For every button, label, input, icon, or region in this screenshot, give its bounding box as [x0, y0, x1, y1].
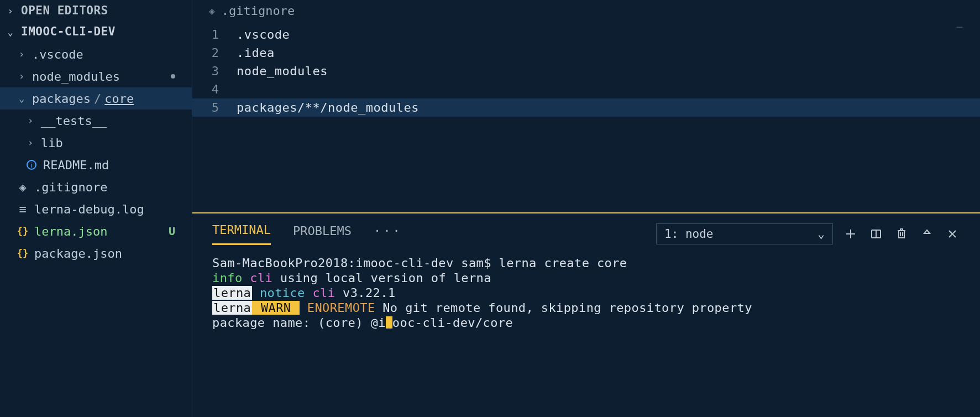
line-number: 5 — [192, 101, 237, 114]
code-text: packages/**/node_modules — [237, 101, 419, 114]
file-gitignore[interactable]: ◈ .gitignore — [0, 176, 192, 198]
file-lerna-debug[interactable]: ≡ lerna-debug.log — [0, 198, 192, 220]
folder-packages-core[interactable]: ⌄ packages/core — [0, 87, 192, 110]
panel-tabbar: TERMINAL PROBLEMS ··· 1: node ⌄ — [192, 213, 980, 247]
explorer-sidebar: › OPEN EDITORS ⌄ IMOOC-CLI-DEV › .vscode… — [0, 0, 192, 417]
file-tree: › .vscode › node_modules ⌄ packages/core… — [0, 42, 192, 264]
editor-tabbar: ◈ .gitignore — [192, 0, 980, 21]
code-editor[interactable]: ⸺ 1 .vscode 2 .idea 3 node_modules 4 5 p… — [192, 21, 980, 212]
info-icon: i — [25, 159, 38, 170]
file-label: .gitignore — [34, 180, 186, 194]
file-lerna-json[interactable]: {} lerna.json U — [0, 220, 192, 242]
line-number: 1 — [192, 28, 237, 41]
code-text: .idea — [237, 46, 275, 60]
code-line: 4 — [192, 80, 980, 98]
tab-terminal[interactable]: TERMINAL — [212, 223, 271, 245]
term-pkg-after: ooc-cli-dev/core — [392, 316, 513, 330]
bottom-panel: TERMINAL PROBLEMS ··· 1: node ⌄ — [192, 213, 980, 417]
terminal-selector[interactable]: 1: node ⌄ — [656, 223, 833, 244]
code-line: 2 .idea — [192, 44, 980, 62]
minimap-icon: ⸺ — [955, 22, 963, 31]
chevron-down-icon: ⌄ — [817, 227, 825, 241]
line-number: 3 — [192, 64, 237, 78]
folder-label: __tests__ — [41, 114, 186, 128]
file-label: package.json — [34, 247, 186, 260]
term-path: imooc-cli-dev sam$ — [355, 256, 499, 270]
code-text: .vscode — [237, 28, 290, 41]
line-number: 4 — [192, 82, 237, 96]
code-line: 1 .vscode — [192, 25, 980, 44]
term-cli: cli — [305, 286, 336, 300]
main-area: ◈ .gitignore ⸺ 1 .vscode 2 .idea 3 node_… — [192, 0, 980, 417]
split-terminal-button[interactable] — [868, 228, 884, 240]
file-label: README.md — [43, 158, 186, 172]
code-line-active: 5 packages/**/node_modules — [192, 98, 980, 117]
tab-more[interactable]: ··· — [374, 224, 402, 244]
folder-vscode[interactable]: › .vscode — [0, 43, 192, 65]
open-editors-label: OPEN EDITORS — [21, 4, 108, 17]
json-icon: {} — [17, 248, 29, 259]
term-host: Sam-MacBookPro2018: — [212, 256, 355, 270]
chevron-right-icon: › — [25, 137, 35, 148]
term-enoremote: ENOREMOTE — [307, 301, 375, 315]
trash-icon[interactable] — [894, 228, 909, 240]
code-text: node_modules — [237, 64, 328, 78]
term-cli: cli — [243, 271, 273, 285]
term-lerna: lerna — [212, 301, 252, 315]
terminal-selector-label: 1: node — [664, 227, 714, 241]
json-icon: {} — [17, 226, 29, 237]
crumb-core: core — [104, 92, 134, 106]
file-readme[interactable]: i README.md — [0, 154, 192, 176]
file-label: lerna.json — [34, 225, 163, 238]
folder-node-modules[interactable]: › node_modules — [0, 65, 192, 87]
chevron-down-icon: ⌄ — [17, 93, 27, 104]
modified-dot-icon — [171, 74, 175, 79]
term-notice: notice — [252, 286, 305, 300]
maximize-panel-button[interactable] — [919, 228, 935, 239]
chevron-right-icon: › — [25, 115, 35, 126]
chevron-right-icon: › — [17, 49, 27, 60]
git-status-badge: U — [169, 225, 186, 238]
tab-gitignore[interactable]: .gitignore — [222, 4, 295, 18]
file-label: lerna-debug.log — [34, 202, 186, 216]
project-header[interactable]: ⌄ IMOOC-CLI-DEV — [0, 21, 192, 42]
term-lerna: lerna — [212, 286, 252, 300]
file-package-json[interactable]: {} package.json — [0, 242, 192, 264]
folder-label: node_modules — [32, 70, 186, 84]
folder-lib[interactable]: › lib — [0, 132, 192, 154]
folder-label: packages/core — [32, 92, 186, 106]
terminal-output[interactable]: Sam-MacBookPro2018:imooc-cli-dev sam$ le… — [192, 247, 980, 417]
term-info: info — [212, 271, 243, 285]
close-panel-button[interactable] — [945, 228, 960, 239]
term-pkg-prompt: package name: (core) @i — [212, 316, 386, 330]
terminal-controls: 1: node ⌄ — [656, 223, 960, 244]
tab-problems[interactable]: PROBLEMS — [293, 224, 352, 244]
new-terminal-button[interactable] — [843, 228, 858, 240]
term-text: No git remote found, skipping repository… — [375, 301, 752, 315]
folder-label: lib — [41, 136, 186, 150]
term-cmd: lerna create core — [499, 256, 627, 270]
term-text: using local version of lerna — [272, 271, 491, 285]
open-editors-header[interactable]: › OPEN EDITORS — [0, 0, 192, 21]
chevron-right-icon: › — [17, 71, 27, 82]
terminal-cursor — [386, 316, 392, 329]
gitignore-icon: ◈ — [17, 180, 29, 194]
log-icon: ≡ — [17, 202, 29, 216]
term-warn: WARN — [252, 301, 300, 315]
term-ver: v3.22.1 — [335, 286, 395, 300]
gitignore-icon: ◈ — [209, 5, 215, 17]
code-line: 3 node_modules — [192, 62, 980, 80]
line-number: 2 — [192, 46, 237, 60]
chevron-down-icon: ⌄ — [6, 26, 15, 38]
chevron-right-icon: › — [6, 5, 15, 17]
crumb-packages: packages — [32, 92, 91, 106]
path-sep: / — [91, 92, 104, 106]
folder-label: .vscode — [32, 48, 186, 61]
folder-tests[interactable]: › __tests__ — [0, 110, 192, 132]
svg-text:i: i — [31, 161, 33, 169]
project-label: IMOOC-CLI-DEV — [21, 25, 116, 38]
